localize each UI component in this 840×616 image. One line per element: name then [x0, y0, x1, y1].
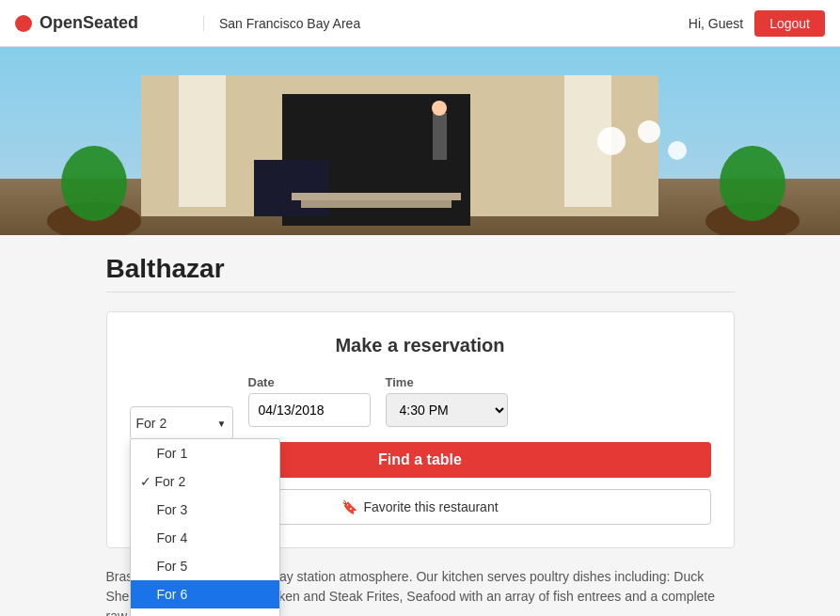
dropdown-item-for7[interactable]: For 7	[131, 608, 279, 616]
main-content: Balthazar Make a reservation For 2 ▼ For…	[91, 235, 750, 616]
date-form-group: Date	[248, 375, 371, 427]
header-right: Hi, Guest Logout	[689, 10, 825, 37]
location-text: San Francisco Bay Area	[219, 16, 360, 31]
date-label: Date	[248, 375, 371, 389]
logo-dot-icon	[15, 15, 32, 32]
form-row: For 2 ▼ For 1 For 2 For 3 For 4 For 5 Fo…	[130, 375, 711, 427]
party-dropdown-arrow: ▼	[217, 419, 227, 429]
svg-point-7	[61, 146, 127, 221]
svg-rect-4	[179, 75, 226, 207]
description-content: B	[106, 569, 115, 584]
dropdown-item-for2[interactable]: For 2	[131, 467, 279, 496]
description-end: S	[406, 589, 415, 604]
restaurant-name: Balthazar	[106, 254, 735, 284]
svg-point-11	[597, 127, 626, 155]
divider	[106, 292, 735, 292]
svg-point-9	[720, 146, 785, 221]
app-header: OpenSeated San Francisco Bay Area Hi, Gu…	[0, 0, 840, 47]
dropdown-item-for1[interactable]: For 1	[131, 439, 279, 467]
dropdown-item-for5[interactable]: For 5	[131, 552, 279, 580]
hero-inner	[0, 47, 840, 235]
hero-svg	[0, 47, 840, 235]
time-label: Time	[386, 375, 508, 389]
dropdown-item-for3[interactable]: For 3	[131, 496, 279, 524]
svg-rect-14	[292, 193, 461, 200]
logo-text: OpenSeated	[40, 13, 138, 33]
bookmark-icon: 🔖	[341, 499, 357, 514]
time-form-group: Time 4:00 PM4:15 PM4:30 PM4:45 PM5:00 PM	[386, 375, 508, 427]
hero-image	[0, 47, 840, 235]
svg-rect-15	[301, 200, 452, 208]
svg-rect-16	[433, 113, 447, 160]
reservation-card: Make a reservation For 2 ▼ For 1 For 2 F…	[106, 311, 735, 548]
location-selector[interactable]: San Francisco Bay Area	[203, 16, 391, 31]
svg-point-12	[638, 120, 660, 143]
dropdown-item-for6[interactable]: For 6	[131, 580, 279, 608]
greeting-text: Hi, Guest	[689, 16, 743, 31]
party-selected-value: For 2	[136, 416, 167, 431]
svg-point-13	[668, 141, 687, 160]
reservation-title: Make a reservation	[130, 335, 711, 356]
logo-area: OpenSeated	[15, 13, 203, 33]
logout-button[interactable]: Logout	[754, 10, 825, 37]
svg-point-17	[432, 101, 447, 116]
date-input[interactable]	[248, 393, 371, 427]
dropdown-item-for4[interactable]: For 4	[131, 524, 279, 552]
favorite-label: Favorite this restaurant	[363, 499, 498, 514]
party-select-display[interactable]: For 2 ▼	[130, 406, 233, 440]
party-form-group: For 2 ▼ For 1 For 2 For 3 For 4 For 5 Fo…	[130, 389, 233, 427]
time-select[interactable]: 4:00 PM4:15 PM4:30 PM4:45 PM5:00 PM	[386, 393, 508, 427]
party-dropdown: For 1 For 2 For 3 For 4 For 5 For 6 For …	[130, 438, 280, 616]
